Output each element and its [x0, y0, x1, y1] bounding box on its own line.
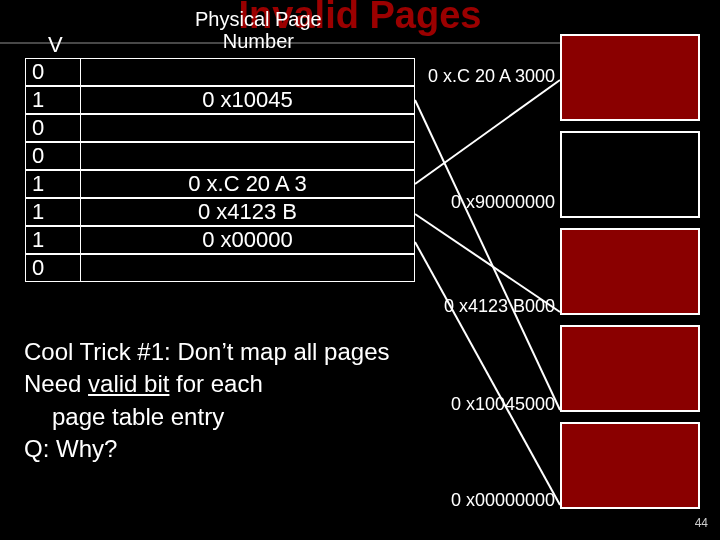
memory-block	[560, 325, 700, 412]
underlined-text: valid bit	[88, 370, 169, 397]
memory-block	[560, 228, 700, 315]
valid-bit-cell: 1	[25, 170, 81, 198]
physical-memory	[560, 34, 700, 519]
body-line1: Cool Trick #1: Don’t map all pages	[24, 336, 474, 368]
body-line3: page table entry	[24, 401, 474, 433]
phys-page-cell	[81, 254, 415, 282]
phys-page-cell: 0 x10045	[81, 86, 415, 114]
table-row: 1 0 x4123 B	[25, 198, 415, 226]
column-header-v: V	[48, 32, 63, 58]
table-row: 1 0 x00000	[25, 226, 415, 254]
table-row: 1 0 x.C 20 A 3	[25, 170, 415, 198]
phys-page-cell	[81, 58, 415, 86]
phys-page-cell	[81, 114, 415, 142]
svg-line-1	[415, 80, 560, 184]
slide-number: 44	[695, 516, 708, 530]
valid-bit-cell: 1	[25, 198, 81, 226]
body-text: Cool Trick #1: Don’t map all pages Need …	[24, 336, 474, 466]
address-label: 0 x4123 B000	[444, 296, 555, 317]
table-row: 0	[25, 142, 415, 170]
table-row: 0	[25, 114, 415, 142]
slide-title: Invalid Pages	[0, 0, 720, 37]
phys-page-cell: 0 x.C 20 A 3	[81, 170, 415, 198]
table-row: 0	[25, 58, 415, 86]
memory-block	[560, 34, 700, 121]
valid-bit-cell: 0	[25, 142, 81, 170]
text-fragment: for each	[169, 370, 262, 397]
address-label: 0 x00000000	[451, 490, 555, 511]
phys-page-cell	[81, 142, 415, 170]
valid-bit-cell: 1	[25, 226, 81, 254]
address-label: 0 x.C 20 A 3000	[428, 66, 555, 87]
table-row: 1 0 x10045	[25, 86, 415, 114]
table-row: 0	[25, 254, 415, 282]
phys-page-cell: 0 x00000	[81, 226, 415, 254]
header-line2: Number	[223, 30, 294, 52]
valid-bit-cell: 0	[25, 58, 81, 86]
text-fragment: Need	[24, 370, 88, 397]
valid-bit-cell: 0	[25, 254, 81, 282]
memory-block	[560, 422, 700, 509]
phys-page-cell: 0 x4123 B	[81, 198, 415, 226]
address-label: 0 x90000000	[451, 192, 555, 213]
body-line4: Q: Why?	[24, 433, 474, 465]
body-line2: Need valid bit for each	[24, 368, 474, 400]
page-table: 0 1 0 x10045 0 0 1 0 x.C 20 A 3 1 0 x412…	[25, 58, 415, 282]
header-line1: Physical Page	[195, 8, 322, 30]
valid-bit-cell: 0	[25, 114, 81, 142]
valid-bit-cell: 1	[25, 86, 81, 114]
column-header-physical: Physical Page Number	[195, 8, 322, 52]
memory-block	[560, 131, 700, 218]
